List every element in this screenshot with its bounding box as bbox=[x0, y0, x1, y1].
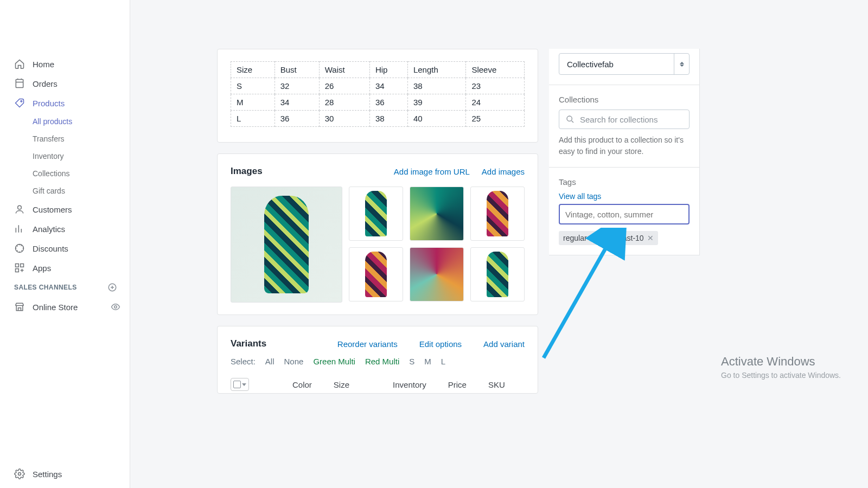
svg-point-10 bbox=[567, 116, 572, 121]
sidebar-item-settings[interactable]: Settings bbox=[0, 460, 130, 488]
product-image-thumb[interactable] bbox=[349, 247, 403, 301]
select-size-m[interactable]: M bbox=[424, 357, 431, 366]
reorder-variants-link[interactable]: Reorder variants bbox=[337, 339, 398, 349]
sidebar-item-gift-cards[interactable]: Gift cards bbox=[0, 182, 130, 200]
table-row: M 34 28 36 39 24 bbox=[231, 94, 525, 111]
sidebar-item-discounts[interactable]: Discounts bbox=[0, 239, 130, 258]
orders-icon bbox=[14, 78, 25, 89]
search-icon bbox=[566, 115, 575, 124]
add-image-url-link[interactable]: Add image from URL bbox=[394, 167, 470, 176]
svg-line-11 bbox=[544, 243, 609, 358]
variants-card: Variants Reorder variants Edit options A… bbox=[217, 326, 538, 394]
table-row: L 36 30 38 40 25 bbox=[231, 111, 525, 127]
select-size-l[interactable]: L bbox=[441, 357, 445, 366]
sidebar-item-label: Orders bbox=[33, 79, 58, 88]
svg-point-1 bbox=[21, 100, 22, 102]
sidebar-item-label: Transfers bbox=[33, 134, 65, 143]
tag-icon bbox=[14, 98, 25, 108]
sidebar-item-online-store[interactable]: Online Store bbox=[0, 297, 130, 317]
collections-helper: Add this product to a collection so it's… bbox=[559, 134, 690, 157]
col-sku: SKU bbox=[488, 380, 505, 389]
sidebar: Home Orders Products All products Transf… bbox=[0, 0, 130, 488]
select-none[interactable]: None bbox=[284, 357, 304, 366]
select-size-s[interactable]: S bbox=[409, 357, 414, 366]
select-arrows-icon bbox=[674, 54, 689, 74]
sales-channels-header: SALES CHANNELS bbox=[0, 278, 130, 297]
variant-select-row: Select: All None Green Multi Red Multi S… bbox=[231, 357, 525, 366]
images-title: Images bbox=[231, 166, 263, 177]
activate-sub: Go to Settings to activate Windows. bbox=[721, 371, 841, 380]
sidebar-item-orders[interactable]: Orders bbox=[0, 74, 130, 93]
vendor-select[interactable]: Collectivefab bbox=[559, 53, 690, 75]
select-all[interactable]: All bbox=[265, 357, 275, 366]
apps-icon bbox=[14, 262, 25, 273]
variants-title: Variants bbox=[231, 338, 266, 349]
col-size: Size bbox=[334, 380, 349, 389]
discounts-icon bbox=[14, 243, 25, 254]
collections-section: Collections Search for collections Add t… bbox=[549, 85, 699, 167]
add-images-link[interactable]: Add images bbox=[482, 167, 525, 176]
remove-tag-button[interactable]: ✕ bbox=[601, 234, 608, 242]
svg-rect-6 bbox=[16, 269, 19, 272]
sidebar-item-home[interactable]: Home bbox=[0, 54, 130, 74]
sidebar-item-label: Online Store bbox=[33, 303, 78, 312]
vendor-value: Collectivefab bbox=[567, 60, 614, 69]
product-image-thumb[interactable] bbox=[410, 187, 464, 241]
svg-rect-4 bbox=[16, 264, 19, 267]
sidebar-item-products[interactable]: Products bbox=[0, 93, 130, 113]
sidebar-item-label: Apps bbox=[33, 264, 51, 273]
select-label: Select: bbox=[231, 357, 256, 366]
col-inventory: Inventory bbox=[393, 380, 426, 389]
activate-windows-watermark: Activate Windows Go to Settings to activ… bbox=[721, 355, 841, 380]
tag-chip-label: fast-10 bbox=[621, 234, 644, 242]
table-header-row: Size Bust Waist Hip Length Sleeve bbox=[231, 62, 525, 78]
add-variant-link[interactable]: Add variant bbox=[483, 339, 525, 349]
section-label: SALES CHANNELS bbox=[14, 284, 77, 291]
collections-search[interactable]: Search for collections bbox=[559, 110, 690, 129]
select-all-checkbox[interactable] bbox=[231, 378, 249, 391]
tags-section: Tags View all tags regular-20 ✕ fast-10 … bbox=[549, 167, 699, 255]
sidebar-item-transfers[interactable]: Transfers bbox=[0, 130, 130, 147]
sidebar-item-customers[interactable]: Customers bbox=[0, 200, 130, 219]
add-channel-button[interactable] bbox=[107, 282, 118, 293]
tags-input[interactable] bbox=[559, 204, 690, 224]
remove-tag-button[interactable]: ✕ bbox=[647, 234, 654, 242]
svg-point-3 bbox=[16, 245, 24, 253]
svg-point-2 bbox=[18, 206, 22, 209]
col-color: Color bbox=[292, 380, 312, 389]
view-all-tags-link[interactable]: View all tags bbox=[559, 192, 601, 201]
product-image-thumb[interactable] bbox=[470, 247, 525, 301]
sidebar-item-inventory[interactable]: Inventory bbox=[0, 147, 130, 165]
activate-title: Activate Windows bbox=[721, 355, 841, 369]
sidebar-item-label: Discounts bbox=[33, 244, 68, 253]
edit-options-link[interactable]: Edit options bbox=[419, 339, 462, 349]
select-green-multi[interactable]: Green Multi bbox=[313, 357, 355, 366]
sidebar-item-analytics[interactable]: Analytics bbox=[0, 219, 130, 239]
svg-rect-5 bbox=[21, 264, 24, 267]
sidebar-item-apps[interactable]: Apps bbox=[0, 258, 130, 278]
sidebar-item-label: Products bbox=[33, 99, 65, 108]
product-organization-card: Collectivefab Collections Search for col… bbox=[549, 49, 700, 255]
collections-placeholder: Search for collections bbox=[580, 115, 658, 124]
sidebar-item-label: Collections bbox=[33, 169, 69, 178]
product-image-main[interactable] bbox=[231, 187, 342, 303]
svg-rect-0 bbox=[16, 80, 23, 88]
sidebar-item-label: Gift cards bbox=[33, 187, 65, 195]
size-chart-card: Size Bust Waist Hip Length Sleeve S 32 2… bbox=[217, 49, 538, 143]
product-image-thumb[interactable] bbox=[349, 187, 403, 241]
select-red-multi[interactable]: Red Multi bbox=[365, 357, 399, 366]
sidebar-item-all-products[interactable]: All products bbox=[0, 113, 130, 130]
variant-table-header: Color Size Inventory Price SKU bbox=[231, 376, 525, 393]
customers-icon bbox=[14, 204, 25, 215]
sidebar-item-label: Customers bbox=[33, 205, 72, 214]
product-image-thumb[interactable] bbox=[470, 187, 525, 241]
sidebar-item-label: All products bbox=[33, 117, 72, 126]
size-table: Size Bust Waist Hip Length Sleeve S 32 2… bbox=[231, 61, 525, 127]
product-image-thumb[interactable] bbox=[410, 247, 464, 301]
sidebar-item-collections[interactable]: Collections bbox=[0, 165, 130, 182]
sidebar-item-label: Inventory bbox=[33, 152, 64, 160]
tag-chip: regular-20 ✕ bbox=[559, 231, 612, 245]
view-store-button[interactable] bbox=[110, 301, 121, 312]
home-icon bbox=[14, 59, 25, 69]
store-icon bbox=[14, 301, 25, 312]
